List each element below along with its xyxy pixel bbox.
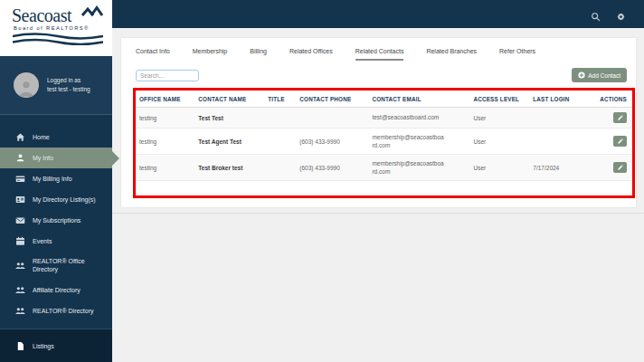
home-icon (15, 132, 25, 142)
cell-office: testing (136, 129, 194, 155)
calendar-icon (15, 236, 25, 246)
table-header-row: OFFICE NAME CONTACT NAME TITLE CONTACT P… (136, 90, 632, 108)
sidebar-item-realtor-directory[interactable]: REALTOR® Directory (0, 300, 112, 321)
cell-last-login (529, 129, 590, 155)
sidebar-item-listings[interactable]: Listings (0, 338, 112, 358)
cell-actions (590, 108, 632, 129)
table-row: testing Test Test test@seacoastboard.com… (136, 108, 632, 129)
brand-subtitle: Board of REALTORS® (14, 25, 112, 31)
col-office-name: OFFICE NAME (136, 90, 194, 108)
tab-related-branches[interactable]: Related Branches (426, 48, 477, 61)
cell-phone: (603) 433-9990 (296, 129, 368, 155)
table-row: testing Test Broker test (603) 433-9990 … (136, 155, 632, 181)
cell-access: User (469, 108, 529, 129)
plus-circle-icon (578, 71, 585, 79)
tab-related-contacts[interactable]: Related Contacts (355, 48, 404, 61)
edit-contact-button[interactable] (613, 136, 627, 147)
table-filler (136, 181, 632, 195)
col-title: TITLE (264, 90, 296, 108)
cell-actions (590, 129, 632, 155)
cell-last-login: 7/17/2024 (529, 155, 590, 181)
cell-contact-name: Test Agent Test (194, 129, 264, 155)
id-card-icon (15, 195, 25, 205)
sidebar-item-my-directory-listings[interactable]: My Directory Listing(s) (0, 189, 112, 210)
house-roofs-icon (80, 4, 104, 20)
cell-office: testing (136, 108, 194, 129)
search-icon[interactable] (591, 9, 601, 19)
sidebar-item-my-info[interactable]: My Info (0, 148, 112, 168)
edit-contact-button[interactable] (613, 162, 627, 173)
tab-billing[interactable]: Billing (250, 48, 267, 61)
user-section: Logged in as test test - testing (0, 56, 112, 115)
sidebar-footer: Listings (0, 329, 112, 362)
cell-title (264, 129, 296, 155)
col-contact-phone: CONTACT PHONE (296, 90, 368, 108)
contacts-table-highlight: OFFICE NAME CONTACT NAME TITLE CONTACT P… (133, 88, 635, 198)
sidebar-item-events[interactable]: Events (0, 231, 112, 252)
content-divider (112, 213, 644, 214)
cell-email: membership@seacoastboard.com (368, 129, 469, 155)
table-toolbar: Add Contact (121, 61, 636, 82)
user-info: Logged in as test test - testing (47, 76, 90, 95)
col-contact-name: CONTACT NAME (194, 90, 264, 108)
col-contact-email: CONTACT EMAIL (368, 90, 469, 108)
cell-phone: (603) 433-9990 (296, 155, 368, 181)
billing-icon (15, 174, 25, 184)
tab-membership[interactable]: Membership (193, 48, 228, 61)
cell-email: membership@seacoastboard.com (368, 155, 469, 181)
person-silhouette-icon (16, 78, 36, 98)
cell-last-login (529, 108, 590, 129)
related-contacts-panel: Contact Info Membership Billing Related … (121, 38, 636, 207)
sidebar-item-home[interactable]: Home (0, 127, 112, 148)
sidebar-item-my-subscriptions[interactable]: My Subscriptions (0, 210, 112, 231)
tab-contact-info[interactable]: Contact Info (136, 48, 170, 61)
pencil-icon (617, 138, 624, 145)
listings-icon (15, 341, 25, 351)
pencil-icon (617, 114, 624, 121)
users-icon (15, 285, 25, 295)
pencil-icon (617, 164, 624, 171)
cell-title (264, 108, 296, 129)
sidebar-item-realtor-office-directory[interactable]: REALTOR® Office Directory (0, 252, 112, 280)
gear-icon[interactable] (616, 9, 626, 19)
cell-email: test@seacoastboard.com (368, 108, 469, 129)
brand-logo: Seacoast Board of REALTORS® (0, 0, 112, 56)
table-row: testing Test Agent Test (603) 433-9990 m… (136, 129, 632, 155)
avatar (14, 72, 39, 98)
main-content: Contact Info Membership Billing Related … (112, 28, 644, 362)
user-icon (15, 153, 25, 163)
sidebar: Seacoast Board of REALTORS® Logged in as… (0, 0, 112, 362)
sidebar-item-my-billing-info[interactable]: My Billing Info (0, 168, 112, 189)
users-icon (15, 261, 25, 271)
sidebar-item-affiliate-directory[interactable]: Affiliate Directory (0, 280, 112, 300)
tab-refer-others[interactable]: Refer Others (499, 48, 535, 61)
user-name: test test - testing (47, 85, 90, 94)
tabs: Contact Info Membership Billing Related … (121, 38, 636, 61)
topbar (112, 0, 644, 28)
cell-access: User (469, 155, 529, 181)
cell-phone (296, 108, 368, 129)
search-input[interactable] (136, 70, 199, 81)
logged-in-label: Logged in as (47, 76, 90, 85)
add-contact-button[interactable]: Add Contact (572, 68, 627, 82)
sidebar-nav: Home My Info My Billing Info My Director… (0, 115, 112, 342)
col-last-login: LAST LOGIN (529, 90, 590, 108)
col-access-level: ACCESS LEVEL (469, 90, 529, 108)
cell-contact-name: Test Test (194, 108, 264, 129)
wave-icon (13, 33, 112, 49)
edit-contact-button[interactable] (613, 112, 627, 123)
col-actions: ACTIONS (590, 90, 632, 108)
cell-title (264, 155, 296, 181)
tab-related-offices[interactable]: Related Offices (289, 48, 333, 61)
cell-actions (590, 155, 632, 181)
contacts-table: OFFICE NAME CONTACT NAME TITLE CONTACT P… (136, 90, 632, 181)
cell-contact-name: Test Broker test (194, 155, 264, 181)
envelope-icon (15, 215, 25, 225)
users-icon (15, 306, 25, 316)
cell-office: testing (136, 155, 194, 181)
cell-access: User (469, 129, 529, 155)
